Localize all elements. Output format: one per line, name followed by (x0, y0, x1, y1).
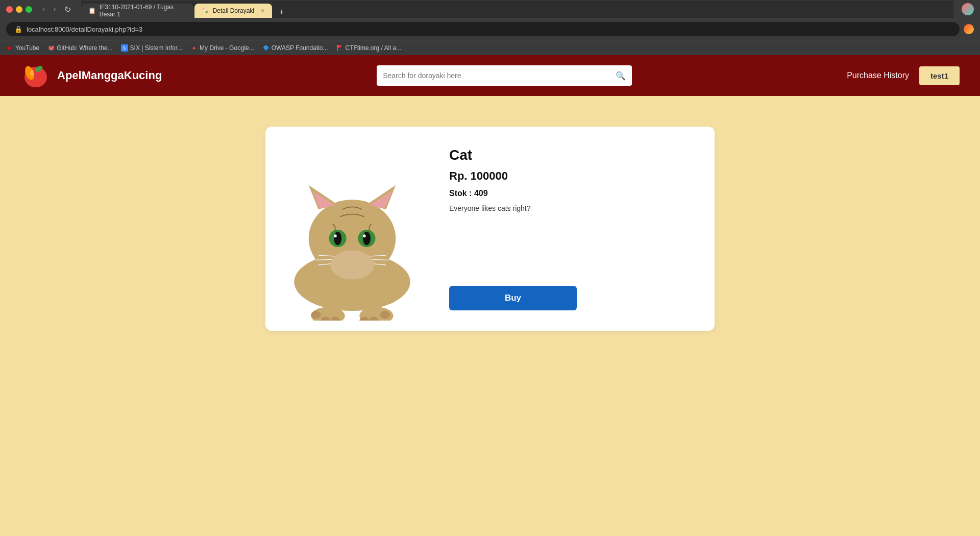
profile-avatar[interactable] (962, 3, 974, 15)
tab-label-1: IF3110-2021-01-69 / Tugas Besar 1 (100, 4, 186, 18)
bookmark-label-4: My Drive - Google... (200, 44, 254, 52)
app-name: ApelManggaKucing (57, 69, 162, 82)
search-input[interactable] (383, 71, 616, 80)
owasp-icon: 🔷 (262, 44, 270, 52)
brave-icon (964, 24, 974, 34)
tab-favicon-2: 🍡 (202, 7, 209, 14)
bookmark-label-1: YouTube (15, 44, 39, 52)
purchase-history-link[interactable]: Purchase History (847, 71, 909, 80)
search-area: 🔍 (203, 65, 806, 86)
browser-nav: ‹ › ↻ (40, 4, 73, 15)
bookmark-youtube[interactable]: ▶ YouTube (6, 44, 39, 52)
search-icon[interactable]: 🔍 (616, 71, 626, 81)
svg-marker-9 (369, 191, 392, 208)
bookmark-label-6: CTFtime.org / All a... (345, 44, 401, 52)
tab-close-icon[interactable]: ✕ (260, 8, 265, 14)
bookmark-drive[interactable]: 🔺 My Drive - Google... (190, 44, 254, 52)
github-icon: 🐙 (47, 44, 55, 52)
logo-icon (20, 63, 51, 88)
svg-point-15 (363, 234, 366, 237)
svg-point-25 (311, 311, 321, 319)
bookmark-label-2: GitHub: Where the... (57, 44, 112, 52)
tab-label-2: Detail Dorayaki (213, 7, 254, 14)
app-header: ApelManggaKucing 🔍 Purchase History test… (0, 55, 980, 96)
back-button[interactable]: ‹ (40, 4, 47, 15)
drive-icon: 🔺 (190, 44, 198, 52)
svg-point-14 (334, 234, 337, 237)
svg-point-32 (350, 252, 352, 254)
product-image (276, 137, 429, 321)
svg-point-31 (330, 251, 374, 280)
bookmark-six[interactable]: S SIX | Sistem Infor... (121, 44, 183, 52)
svg-point-13 (363, 232, 371, 246)
address-input[interactable]: 🔒 localhost:8000/detailDorayaki.php?id=3 (6, 22, 960, 36)
youtube-icon: ▶ (6, 44, 13, 52)
forward-button[interactable]: › (51, 4, 58, 15)
bookmark-label-5: OWASP Foundatio... (272, 44, 328, 52)
addressbar-container: 🔒 localhost:8000/detailDorayaki.php?id=3 (6, 22, 960, 36)
product-price: Rp. 100000 (449, 169, 704, 183)
minimize-button[interactable] (16, 6, 22, 13)
bookmarks-bar: ▶ YouTube 🐙 GitHub: Where the... S SIX |… (0, 40, 980, 55)
svg-point-12 (334, 232, 341, 246)
product-details: Cat Rp. 100000 Stok : 409 Everyone likes… (449, 137, 704, 321)
browser-chrome: ‹ › ↻ 📋 IF3110-2021-01-69 / Tugas Besar … (0, 0, 980, 55)
svg-point-3 (30, 70, 34, 76)
main-content: Cat Rp. 100000 Stok : 409 Everyone likes… (0, 96, 980, 536)
bookmark-label-3: SIX | Sistem Infor... (130, 44, 183, 52)
buy-button[interactable]: Buy (449, 286, 577, 310)
traffic-lights (6, 6, 32, 13)
new-tab-button[interactable]: + (275, 7, 288, 18)
bookmark-owasp[interactable]: 🔷 OWASP Foundatio... (262, 44, 328, 52)
logo-area: ApelManggaKucing (20, 63, 162, 88)
six-icon: S (121, 44, 128, 52)
product-description: Everyone likes cats right? (449, 204, 704, 212)
svg-point-30 (380, 311, 390, 319)
product-stock: Stok : 409 (449, 189, 704, 198)
header-nav: Purchase History test1 (847, 66, 960, 85)
svg-marker-8 (312, 191, 335, 208)
maximize-button[interactable] (26, 6, 32, 13)
search-input-wrap: 🔍 (377, 65, 632, 86)
tab-active[interactable]: 🍡 Detail Dorayaki ✕ (194, 4, 272, 18)
refresh-button[interactable]: ↻ (62, 4, 73, 15)
bookmark-github[interactable]: 🐙 GitHub: Where the... (47, 44, 112, 52)
browser-tabs: 📋 IF3110-2021-01-69 / Tugas Besar 1 🍡 De… (81, 1, 953, 18)
tab-inactive[interactable]: 📋 IF3110-2021-01-69 / Tugas Besar 1 (81, 4, 193, 18)
user-button[interactable]: test1 (919, 66, 960, 85)
product-name: Cat (449, 147, 704, 163)
ctftime-icon: 🚩 (336, 44, 343, 52)
browser-titlebar: ‹ › ↻ 📋 IF3110-2021-01-69 / Tugas Besar … (0, 0, 980, 18)
bookmark-ctftime[interactable]: 🚩 CTFtime.org / All a... (336, 44, 401, 52)
close-button[interactable] (6, 6, 13, 13)
buy-button-wrap: Buy (449, 245, 704, 310)
browser-addressbar: 🔒 localhost:8000/detailDorayaki.php?id=3 (0, 18, 980, 40)
product-card: Cat Rp. 100000 Stok : 409 Everyone likes… (265, 127, 715, 331)
tab-favicon-1: 📋 (88, 7, 95, 14)
secure-icon: 🔒 (14, 26, 22, 33)
product-image-area (276, 137, 429, 321)
url-text: localhost:8000/detailDorayaki.php?id=3 (27, 26, 142, 33)
